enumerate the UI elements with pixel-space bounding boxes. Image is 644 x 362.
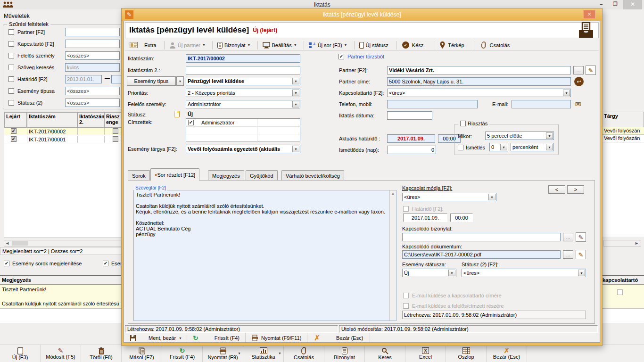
chevron-down-icon[interactable]: ▼: [248, 43, 251, 47]
col-iktatoszam[interactable]: Iktatószám: [27, 112, 77, 128]
statistics-button[interactable]: Statisztika ▼: [243, 345, 284, 362]
tab-varhato[interactable]: Várható bevétel/költség: [281, 170, 344, 181]
szovegtar-label[interactable]: Szövegtár [F2]: [134, 185, 167, 190]
kapcsolodo-dokumentum-field[interactable]: C:\Users\eva\IKT-2017-00002.pdf: [402, 250, 561, 259]
close-button[interactable]: ✕: [623, 0, 642, 9]
col-iktatoszam2[interactable]: Iktatószám 2.: [77, 112, 104, 128]
filter-hatarido-checkbox[interactable]: [8, 76, 14, 82]
chevron-down-icon[interactable]: [546, 132, 553, 139]
filter-partner-checkbox[interactable]: [8, 29, 14, 35]
chevron-down-icon[interactable]: [578, 270, 585, 276]
ismetles-count-select[interactable]: 0: [489, 143, 508, 151]
ismetlodes-field[interactable]: 0: [387, 146, 436, 154]
chevron-down-icon[interactable]: ▼: [238, 352, 241, 355]
esemeny-statusza-select[interactable]: Új: [402, 269, 456, 277]
iktatoszam-field[interactable]: IKT-2017/00002: [186, 54, 300, 63]
toolbar-uj-statusz[interactable]: Új státusz: [366, 42, 388, 48]
chevron-down-icon[interactable]: [563, 90, 570, 96]
next-button[interactable]: >: [567, 185, 584, 194]
filter-felelos-select[interactable]: <összes>: [65, 51, 120, 60]
esemeny-tipus-caret-button[interactable]: ▼: [176, 76, 184, 86]
dialog-titlebar[interactable]: ✎ Iktatás [pénzügyi levél küldése] ✕: [122, 8, 602, 21]
excel-button[interactable]: X Excel: [405, 345, 446, 362]
attach-button[interactable]: Csatolás: [284, 345, 324, 362]
chevron-down-icon[interactable]: [488, 194, 495, 200]
chevron-down-icon[interactable]: ▼: [179, 337, 182, 340]
cimzettek-listbox[interactable]: Adminisztrátor: [186, 118, 300, 141]
mikor-select[interactable]: 5 perccel előtte: [485, 132, 554, 140]
row-lejart-checkbox[interactable]: [11, 128, 17, 134]
ismetles-unit-select[interactable]: percenként: [511, 143, 554, 151]
chevron-down-icon[interactable]: [292, 146, 299, 152]
kapcsolat-modja-select[interactable]: <üres>: [402, 193, 496, 201]
chevron-down-icon[interactable]: [292, 78, 299, 84]
row-lejart-checkbox[interactable]: [11, 136, 17, 142]
szovegtar-textarea[interactable]: Tisztelt Partnerünk! Csatoltan küldjük n…: [133, 190, 396, 321]
filter-partner-input[interactable]: [65, 28, 120, 36]
archive-icon[interactable]: [578, 22, 594, 40]
partner-field[interactable]: Vidéki Vásárló Zrt.: [387, 66, 571, 74]
toolbar-bizonylat[interactable]: Bizonylat: [224, 42, 246, 48]
bizonylat-edit-button[interactable]: [576, 232, 586, 242]
toolbar-extra[interactable]: Extra: [144, 42, 157, 48]
col-lejart[interactable]: Lejárt: [4, 112, 27, 128]
modify-button[interactable]: ✎ Módosít (F5): [41, 345, 81, 362]
minimize-button[interactable]: −: [595, 1, 607, 8]
columns-button[interactable]: Oszlop: [446, 345, 487, 362]
partner-edit-button[interactable]: [586, 66, 596, 75]
riasztas-checkbox[interactable]: [460, 121, 466, 126]
chevron-down-icon[interactable]: ▼: [344, 43, 347, 47]
bg-row[interactable]: Vevői folyószán: [602, 135, 644, 142]
tab-sorok[interactable]: Sorok: [128, 170, 150, 181]
bg-kapcs-checkbox[interactable]: [617, 289, 623, 295]
row-riasztas-checkbox[interactable]: [113, 128, 118, 134]
chevron-down-icon[interactable]: ▼: [294, 43, 297, 47]
telefon-field[interactable]: [387, 100, 478, 108]
envelope-icon[interactable]: ✉: [573, 100, 583, 108]
save-close-button[interactable]: Ment, bezár▼: [125, 333, 187, 343]
filter-kapcstarto-input[interactable]: [65, 40, 120, 48]
copy-button[interactable]: Másol (F7): [122, 345, 162, 362]
kapcsolodo-bizonylat-field[interactable]: [402, 233, 561, 241]
dialog-close-button[interactable]: ✕: [583, 10, 595, 19]
horizontal-scrollbar[interactable]: ◄: [4, 240, 122, 247]
statusz2-select[interactable]: <üres>: [462, 269, 586, 277]
card-icon[interactable]: [130, 42, 138, 48]
partner-cime-field[interactable]: 5000 Szolnok, Nagy Lajos u. 31.: [387, 77, 571, 86]
chevron-down-icon[interactable]: [546, 144, 553, 150]
restore-button[interactable]: ❐: [609, 1, 621, 8]
tab-megjegyzes[interactable]: Megjegyzés: [208, 170, 244, 181]
scroll-right-icon[interactable]: ►: [603, 240, 641, 247]
delete-button[interactable]: Töröl (F8): [81, 345, 122, 362]
chevron-down-icon[interactable]: [292, 101, 299, 107]
esemeny-tipus-button[interactable]: Esemény típus: [127, 76, 176, 86]
aktualis-hatarido-date[interactable]: 2017.01.09.: [387, 134, 435, 143]
hatarido2-checkbox[interactable]: [403, 206, 409, 212]
show-event-rows-checkbox[interactable]: [4, 261, 9, 266]
dialog-close-esc-button[interactable]: ✗ Bezár (Esc): [307, 333, 370, 343]
status-note-icon[interactable]: [174, 111, 180, 117]
felelos-select[interactable]: Adminisztrátor: [186, 100, 300, 108]
cimzett-checkbox[interactable]: [188, 120, 194, 125]
filter-felelos-checkbox[interactable]: [8, 53, 14, 58]
filter-szoveg-input[interactable]: kulcs: [65, 63, 120, 72]
memo-scrollbar[interactable]: ▲: [389, 190, 396, 321]
chevron-down-icon[interactable]: [448, 270, 455, 276]
chevron-down-icon[interactable]: [500, 144, 507, 150]
iktatoszam2-field[interactable]: [186, 66, 300, 74]
scroll-left-icon[interactable]: ◄: [5, 241, 9, 246]
bizonylat-browse-button[interactable]: ...: [563, 233, 573, 241]
new-button[interactable]: Új (F3): [0, 345, 41, 362]
email-field[interactable]: [512, 100, 571, 108]
dokumentum-edit-button[interactable]: [576, 250, 586, 259]
email-kapcsolattarto-checkbox[interactable]: [403, 293, 409, 298]
toolbar-terkep[interactable]: Térkép: [448, 42, 464, 48]
esemeny-targya-select[interactable]: Vevői folyószámla egyeztető (aktuális: [186, 145, 300, 153]
print-button[interactable]: Nyomtat (F9) ▼: [203, 345, 243, 362]
toolbar-beallitas[interactable]: Beállítás: [272, 42, 292, 48]
chevron-down-icon[interactable]: ▼: [202, 43, 206, 47]
prev-button[interactable]: <: [548, 185, 565, 194]
chevron-down-icon[interactable]: ▼: [278, 352, 281, 355]
kapcsolattarto-select[interactable]: <üres>: [387, 89, 571, 97]
close-esc-button[interactable]: ✗ Bezár (Esc): [487, 345, 527, 362]
